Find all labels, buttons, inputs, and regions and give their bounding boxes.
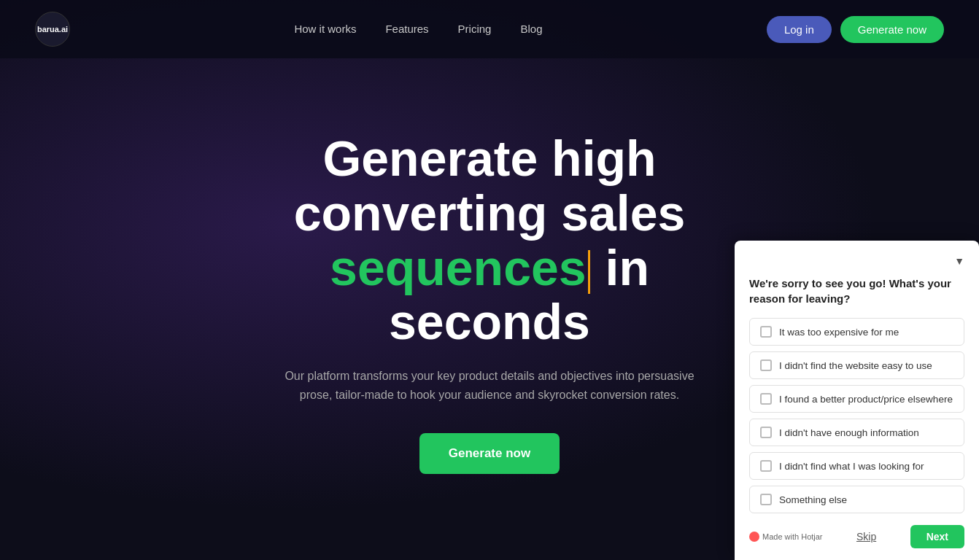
survey-option-label-5: I didn't find what I was looking for <box>779 461 924 472</box>
survey-checkbox-5[interactable] <box>760 460 772 472</box>
survey-checkbox-1[interactable] <box>760 326 772 338</box>
cursor <box>588 250 590 294</box>
survey-checkbox-4[interactable] <box>760 427 772 438</box>
skip-button[interactable]: Skip <box>856 531 876 542</box>
survey-checkbox-3[interactable] <box>760 393 772 405</box>
survey-option-label-1: It was too expensive for me <box>779 327 899 338</box>
survey-title: We're sorry to see you go! What's your r… <box>749 276 964 306</box>
survey-option-label-3: I found a better product/price elsewhere <box>779 394 953 405</box>
nav-actions: Log in Generate now <box>767 16 944 43</box>
survey-option-3[interactable]: I found a better product/price elsewhere <box>749 385 964 413</box>
survey-options: It was too expensive for me I didn't fin… <box>749 318 964 513</box>
nav-how-it-works[interactable]: How it works <box>294 23 356 35</box>
headline-highlight: sequences <box>330 240 587 295</box>
login-button[interactable]: Log in <box>767 16 832 43</box>
hero-headline: Generate high converting sales sequences… <box>234 131 745 349</box>
survey-popup: ▼ We're sorry to see you go! What's your… <box>735 241 979 560</box>
survey-option-5[interactable]: I didn't find what I was looking for <box>749 452 964 480</box>
next-button[interactable]: Next <box>910 525 964 548</box>
generate-hero-button[interactable]: Generate now <box>419 433 560 474</box>
survey-option-label-4: I didn't have enough information <box>779 427 919 438</box>
survey-option-label-6: Something else <box>779 494 847 505</box>
survey-option-1[interactable]: It was too expensive for me <box>749 318 964 346</box>
nav-pricing[interactable]: Pricing <box>458 23 492 35</box>
nav-blog[interactable]: Blog <box>520 23 542 35</box>
survey-option-2[interactable]: I didn't find the website easy to use <box>749 351 964 379</box>
generate-nav-button[interactable]: Generate now <box>840 16 944 43</box>
survey-option-6[interactable]: Something else <box>749 486 964 513</box>
hero-description: Our platform transforms your key product… <box>278 367 701 404</box>
navbar: barua.ai How it works Features Pricing B… <box>0 0 979 58</box>
survey-footer: Made with Hotjar Skip Next <box>749 525 964 548</box>
survey-collapse-button[interactable]: ▼ <box>749 255 964 267</box>
hotjar-icon <box>749 532 759 542</box>
survey-checkbox-2[interactable] <box>760 359 772 371</box>
logo[interactable]: barua.ai <box>35 12 70 47</box>
survey-option-label-2: I didn't find the website easy to use <box>779 360 932 371</box>
survey-option-4[interactable]: I didn't have enough information <box>749 419 964 446</box>
nav-features[interactable]: Features <box>385 23 428 35</box>
nav-links: How it works Features Pricing Blog <box>294 23 542 36</box>
survey-checkbox-6[interactable] <box>760 494 772 505</box>
hotjar-link[interactable]: Made with Hotjar <box>749 532 823 542</box>
